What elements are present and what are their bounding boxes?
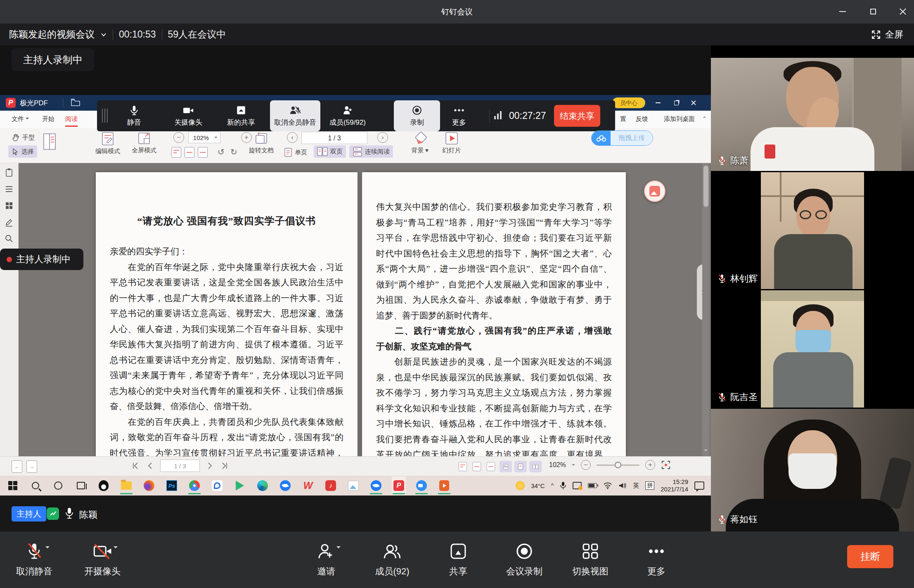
thumbnail-list-icon[interactable] [5,185,14,194]
taskbar-jiguang-pdf[interactable]: P [392,477,406,495]
zoom-out-button[interactable]: − [173,132,184,143]
select-tool-button[interactable]: 选择 [8,145,37,158]
weather-icon[interactable] [516,481,525,490]
next-view-button[interactable]: → [26,460,37,473]
status-continuous-button[interactable] [500,461,512,472]
last-page-icon[interactable] [220,462,229,470]
window-maximize-button[interactable] [864,3,883,20]
prev-page-button[interactable]: ‹ [287,132,298,143]
zoom-slider-knob[interactable] [615,462,621,468]
taskbar-qq[interactable] [97,477,111,495]
tray-expand-icon[interactable]: ^ [551,482,554,489]
first-page-icon[interactable] [131,462,140,470]
taskbar-netease-music[interactable]: ♪ [324,477,338,495]
taskbar-chrome[interactable] [187,477,201,495]
pdf-menu-add-desktop[interactable]: 添加到桌面 [664,115,695,123]
camera-on-button[interactable]: 开摄像头 [76,537,129,583]
collapse-ribbon-icon[interactable]: ⌃ [702,115,707,123]
unmute-self-button[interactable]: 取消静音 [7,537,61,583]
participant-tile-1[interactable]: 陈萧 [711,58,914,171]
wifi-icon[interactable] [603,482,612,489]
taskbar-file-explorer[interactable] [119,477,133,495]
taskbar-firefox[interactable] [142,477,156,495]
start-button[interactable] [6,477,20,495]
status-fit-page-button[interactable] [471,461,483,472]
temperature[interactable]: 34°C [531,482,545,489]
battery-icon[interactable] [588,483,597,488]
next-page-button[interactable]: › [377,132,388,143]
member-center-pill[interactable]: 员中心 [612,97,645,108]
share-members-button[interactable]: 成员(59/92) [323,100,372,131]
chevron-down-icon[interactable] [45,546,50,550]
unmute-all-button[interactable]: 取消全员静音 [270,100,320,131]
members-button[interactable]: 成员(92) [365,537,419,583]
status-double-page-button[interactable] [529,461,542,472]
taskbar-camera-app[interactable] [414,477,429,495]
camera-off-button[interactable]: 关摄像头 [163,100,213,131]
status-page-input[interactable]: 1 / 3 [160,460,200,472]
fullscreen-button[interactable]: 全屏 [871,28,903,41]
end-share-button[interactable]: 结束共享 [554,105,600,127]
status-zoom-value[interactable]: 102% [549,461,566,469]
notification-center-icon[interactable] [694,481,704,490]
grid-view-icon[interactable] [5,201,14,210]
taskbar-search[interactable] [28,477,43,495]
mute-button[interactable]: 静音 [109,100,159,131]
pdf-menu-home[interactable]: 开始 [42,115,54,123]
share-more-button[interactable]: 更多 [434,100,484,131]
image-to-pdf-fab[interactable] [644,180,665,202]
next-page-icon[interactable] [207,462,213,470]
open-file-icon[interactable] [71,98,80,107]
tray-clock[interactable]: 15:29 2021/7/14 [661,478,688,493]
fit-width-button[interactable] [198,147,208,158]
chevron-down-icon[interactable] [336,546,341,550]
status-actual-size-button[interactable] [457,461,469,472]
page-number-input[interactable]: 1 / 3 [301,132,367,144]
scrollbar-thumb[interactable] [703,166,708,207]
ime-indicator[interactable]: 拼 [645,481,654,490]
slideshow-button[interactable]: 幻灯片 [438,132,466,154]
fit-page-button[interactable] [185,147,194,158]
meeting-record-button[interactable]: 会议录制 [497,537,551,583]
annotate-icon[interactable] [5,218,14,227]
pdf-menu-settings[interactable]: 置 [620,115,626,123]
screen-record-tray-icon[interactable] [573,482,582,489]
prev-view-button[interactable]: ← [12,460,22,473]
new-share-button[interactable]: 新的共享 [216,100,266,131]
chevron-down-icon[interactable] [114,546,118,550]
read-mode-button[interactable] [41,132,58,151]
meeting-title[interactable]: 陈颖发起的视频会议 [9,28,95,41]
participant-tile-2[interactable]: 林钊辉 [711,172,914,289]
participant-tile-4[interactable]: 蒋如钰 [711,409,914,531]
vertical-scrollbar[interactable] [702,163,709,456]
task-view-button[interactable] [74,477,88,495]
pdf-menu-read[interactable]: 阅读 [65,115,78,127]
edit-mode-button[interactable]: 编辑模式 [93,132,123,155]
chevron-down-icon[interactable] [100,31,107,38]
taskbar-dingtalk[interactable] [278,477,292,495]
taskbar-photos[interactable] [346,477,360,495]
invite-button[interactable]: 邀请 [299,537,353,583]
share-record-button[interactable]: 录制 [394,100,440,131]
rotate-right-icon[interactable]: ↻ [230,147,237,157]
language-indicator[interactable]: 英 [633,482,639,490]
status-fullscreen-icon[interactable] [661,460,671,470]
tray-mic-icon[interactable] [560,481,566,490]
participant-tile-3[interactable]: 阮吉圣 [711,290,914,408]
share-button[interactable]: 共享 [431,537,485,583]
window-minimize-button[interactable] [833,3,852,20]
drag-handle[interactable] [102,109,108,123]
rotate-doc-button[interactable]: 旋转文档 [247,132,276,154]
taskbar-media-play[interactable] [233,477,247,495]
self-mic-icon[interactable] [64,507,74,519]
taskbar-clip-app[interactable] [437,477,451,495]
double-page-button[interactable]: 双页 [314,145,346,158]
search-icon[interactable] [5,234,14,243]
pdf-menu-file[interactable]: 文件 [12,115,29,123]
taskbar-wps[interactable]: W [301,477,315,495]
taskbar-cortana[interactable] [51,477,65,495]
pdf-menu-feedback[interactable]: 反馈 [636,115,648,123]
zoom-slider[interactable] [597,465,639,466]
window-close-button[interactable] [893,3,912,20]
status-zoom-out[interactable]: − [581,460,591,470]
